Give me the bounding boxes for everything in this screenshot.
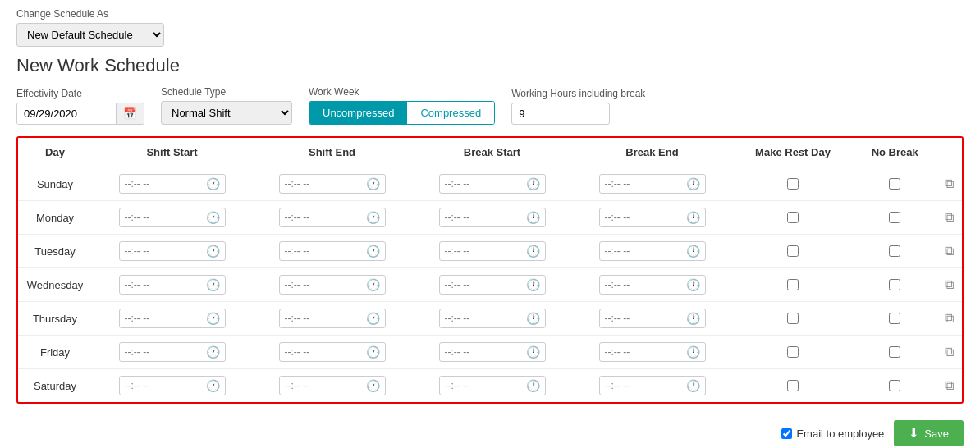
copy-icon[interactable]: ⧉ (945, 345, 954, 359)
make-rest-day-checkbox[interactable] (787, 212, 799, 223)
schedule-type-group: Schedule Type Normal Shift Compressed (161, 86, 292, 125)
copy-icon[interactable]: ⧉ (945, 244, 954, 258)
break-end-cell: 🕐 (572, 235, 732, 268)
break-end-input[interactable] (605, 313, 686, 324)
clock-icon: 🕐 (206, 379, 220, 392)
shift-end-input-wrap: 🕐 (279, 376, 386, 395)
break-start-cell: 🕐 (412, 201, 572, 235)
break-start-input-wrap: 🕐 (439, 309, 546, 328)
shift-start-input[interactable] (125, 313, 206, 324)
day-cell: Thursday (18, 302, 92, 336)
break-start-input[interactable] (445, 212, 526, 223)
copy-icon[interactable]: ⧉ (945, 378, 954, 392)
col-shift-end: Shift End (252, 138, 412, 167)
clock-icon: 🕐 (366, 312, 380, 325)
schedule-table: Day Shift Start Shift End Break Start Br… (16, 136, 964, 404)
calendar-icon-button[interactable]: 📅 (116, 103, 144, 124)
make-rest-day-cell (732, 201, 854, 235)
table-row: Monday🕐🕐🕐🕐⧉ (18, 201, 962, 235)
date-input-wrap: 📅 (16, 103, 144, 125)
break-end-input-wrap: 🕐 (599, 241, 706, 261)
break-end-input[interactable] (605, 279, 686, 290)
no-break-cell (854, 302, 936, 336)
break-start-input-wrap: 🕐 (439, 275, 546, 295)
no-break-checkbox[interactable] (889, 380, 900, 391)
day-cell: Saturday (18, 369, 92, 403)
no-break-checkbox[interactable] (889, 178, 900, 190)
break-end-input[interactable] (605, 380, 686, 391)
shift-end-input[interactable] (285, 279, 366, 290)
clock-icon: 🕐 (526, 312, 540, 325)
no-break-cell (854, 235, 936, 268)
no-break-checkbox[interactable] (889, 212, 900, 223)
break-start-input[interactable] (445, 279, 526, 290)
copy-icon[interactable]: ⧉ (945, 176, 954, 190)
shift-start-input[interactable] (125, 178, 206, 190)
shift-end-input[interactable] (285, 380, 366, 391)
clock-icon: 🕐 (366, 345, 380, 359)
clock-icon: 🕐 (686, 345, 700, 359)
no-break-checkbox[interactable] (889, 245, 900, 257)
shift-start-input-wrap: 🕐 (119, 174, 226, 194)
save-button[interactable]: ⬇ Save (894, 420, 964, 446)
make-rest-day-checkbox[interactable] (787, 380, 799, 391)
working-hours-input[interactable] (511, 103, 610, 125)
break-start-input[interactable] (445, 380, 526, 391)
break-start-input[interactable] (445, 178, 526, 190)
shift-end-input-wrap: 🕐 (279, 342, 386, 362)
break-start-input-wrap: 🕐 (439, 174, 546, 194)
shift-start-input[interactable] (125, 212, 206, 223)
break-start-input[interactable] (445, 346, 526, 358)
shift-start-input[interactable] (125, 346, 206, 358)
no-break-checkbox[interactable] (889, 346, 900, 358)
uncompressed-button[interactable]: Uncompressed (309, 102, 407, 124)
clock-icon: 🕐 (206, 177, 220, 190)
shift-end-cell: 🕐 (252, 201, 412, 235)
copy-icon[interactable]: ⧉ (945, 210, 954, 224)
shift-end-input[interactable] (285, 313, 366, 324)
break-start-input[interactable] (445, 313, 526, 324)
no-break-cell (854, 369, 936, 403)
copy-icon[interactable]: ⧉ (945, 311, 954, 325)
clock-icon: 🕐 (526, 278, 540, 291)
no-break-checkbox[interactable] (889, 279, 900, 290)
make-rest-day-cell (732, 369, 854, 403)
clock-icon: 🕐 (206, 312, 220, 325)
make-rest-day-checkbox[interactable] (787, 313, 799, 324)
copy-cell: ⧉ (936, 268, 962, 302)
break-end-input[interactable] (605, 178, 686, 190)
shift-end-input[interactable] (285, 178, 366, 190)
break-end-input-wrap: 🕐 (599, 174, 706, 194)
page-title: New Work Schedule (16, 55, 964, 76)
break-end-input[interactable] (605, 212, 686, 223)
change-schedule-select[interactable]: New Default Schedule (16, 23, 164, 47)
break-start-input-wrap: 🕐 (439, 208, 546, 227)
work-week-group: Work Week Uncompressed Compressed (309, 86, 495, 125)
make-rest-day-checkbox[interactable] (787, 245, 799, 257)
clock-icon: 🕐 (366, 177, 380, 190)
shift-end-input[interactable] (285, 346, 366, 358)
clock-icon: 🕐 (686, 278, 700, 291)
break-end-input-wrap: 🕐 (599, 208, 706, 227)
break-end-cell: 🕐 (572, 268, 732, 302)
make-rest-day-checkbox[interactable] (787, 346, 799, 358)
break-end-input[interactable] (605, 245, 686, 257)
shift-start-input[interactable] (125, 245, 206, 257)
compressed-button[interactable]: Compressed (407, 102, 494, 124)
email-to-employee-label[interactable]: Email to employee (781, 427, 884, 440)
break-end-input[interactable] (605, 346, 686, 358)
no-break-checkbox[interactable] (889, 313, 900, 324)
make-rest-day-checkbox[interactable] (787, 178, 799, 190)
break-start-input[interactable] (445, 245, 526, 257)
copy-icon[interactable]: ⧉ (945, 277, 954, 291)
shift-start-input[interactable] (125, 380, 206, 391)
shift-start-input[interactable] (125, 279, 206, 290)
effectivity-date-group: Effectivity Date 📅 (16, 88, 144, 125)
shift-end-input[interactable] (285, 245, 366, 257)
shift-end-input[interactable] (285, 212, 366, 223)
make-rest-day-checkbox[interactable] (787, 279, 799, 290)
clock-icon: 🕐 (366, 245, 380, 258)
effectivity-date-input[interactable] (17, 103, 116, 124)
email-to-employee-checkbox[interactable] (781, 428, 792, 439)
schedule-type-select[interactable]: Normal Shift Compressed (161, 101, 292, 125)
